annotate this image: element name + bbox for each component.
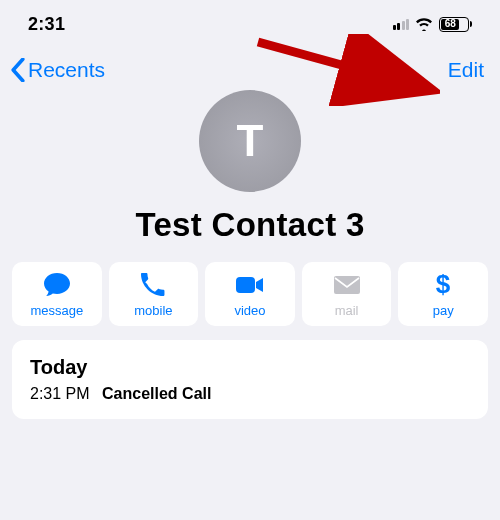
call-entry: 2:31 PM Cancelled Call <box>30 385 470 403</box>
mail-icon <box>333 271 361 299</box>
battery-level: 68 <box>444 19 456 29</box>
status-indicators: 68 <box>393 17 473 32</box>
back-button[interactable]: Recents <box>10 58 105 82</box>
call-time: 2:31 PM <box>30 385 90 402</box>
avatar-initial: T <box>237 116 264 166</box>
message-icon <box>42 271 72 299</box>
back-label: Recents <box>28 58 105 82</box>
edit-button[interactable]: Edit <box>448 58 484 82</box>
video-icon <box>235 271 265 299</box>
battery-icon: 68 <box>439 17 472 32</box>
pay-button[interactable]: $ pay <box>398 262 488 326</box>
chevron-left-icon <box>10 58 26 82</box>
mail-button: mail <box>302 262 392 326</box>
call-history-card[interactable]: Today 2:31 PM Cancelled Call <box>12 340 488 419</box>
video-button[interactable]: video <box>205 262 295 326</box>
history-heading: Today <box>30 356 470 379</box>
action-row: message mobile video mail $ pay <box>0 244 500 336</box>
dollar-icon: $ <box>435 271 451 299</box>
video-label: video <box>234 303 265 318</box>
mobile-button[interactable]: mobile <box>109 262 199 326</box>
nav-bar: Recents Edit <box>0 44 500 88</box>
cellular-icon <box>393 18 410 30</box>
message-label: message <box>30 303 83 318</box>
message-button[interactable]: message <box>12 262 102 326</box>
status-bar: 2:31 68 <box>0 0 500 44</box>
svg-rect-0 <box>236 277 255 293</box>
phone-icon <box>141 271 165 299</box>
avatar-container: T <box>0 90 500 192</box>
mobile-label: mobile <box>134 303 172 318</box>
avatar[interactable]: T <box>199 90 301 192</box>
svg-rect-1 <box>334 276 360 294</box>
call-label: Cancelled Call <box>102 385 211 402</box>
mail-label: mail <box>335 303 359 318</box>
pay-label: pay <box>433 303 454 318</box>
svg-text:$: $ <box>436 272 451 298</box>
wifi-icon <box>414 17 434 31</box>
status-time: 2:31 <box>28 14 65 35</box>
contact-name: Test Contact 3 <box>0 206 500 244</box>
